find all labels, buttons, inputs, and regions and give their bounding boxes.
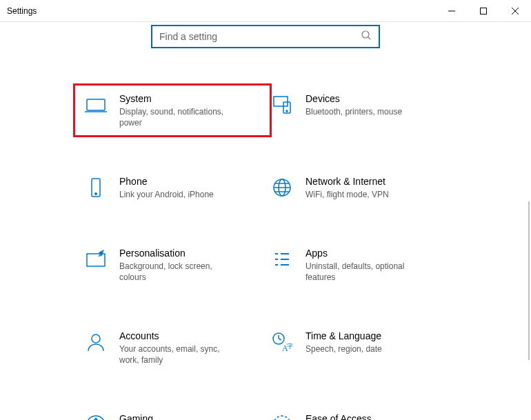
tile-title: Ease of Access xyxy=(305,412,423,420)
phone-icon xyxy=(85,177,108,200)
titlebar: Settings xyxy=(0,0,531,22)
tile-apps[interactable]: Apps Uninstall, defaults, optional featu… xyxy=(266,244,452,286)
search-box[interactable] xyxy=(151,25,380,48)
tile-system[interactable]: System Display, sound, notifications, po… xyxy=(79,90,266,131)
close-button[interactable] xyxy=(499,0,531,21)
svg-point-10 xyxy=(286,110,288,112)
content-area: System Display, sound, notifications, po… xyxy=(0,22,531,420)
svg-rect-18 xyxy=(87,254,105,266)
tile-title: System xyxy=(119,92,237,105)
tile-accounts[interactable]: Accounts Your accounts, email, sync, wor… xyxy=(79,327,266,368)
svg-point-4 xyxy=(362,31,369,38)
tile-title: Apps xyxy=(305,247,423,259)
svg-line-29 xyxy=(279,339,281,340)
minimize-button[interactable] xyxy=(436,0,468,21)
tile-title: Time & Language xyxy=(305,330,382,342)
tile-title: Devices xyxy=(305,92,402,105)
tile-phone[interactable]: Phone Link your Android, iPhone xyxy=(79,172,266,203)
window-title: Settings xyxy=(7,6,37,16)
tile-title: Phone xyxy=(119,175,214,188)
tile-network[interactable]: Network & Internet WiFi, flight mode, VP… xyxy=(266,172,452,203)
system-icon xyxy=(85,94,108,117)
tile-desc: Background, lock screen, colours xyxy=(119,261,237,283)
tile-title: Personalisation xyxy=(119,247,237,259)
svg-text:字: 字 xyxy=(287,343,293,350)
search-icon xyxy=(361,30,372,43)
ease-of-access-icon xyxy=(271,414,294,420)
svg-point-12 xyxy=(95,193,97,194)
svg-rect-8 xyxy=(274,97,288,106)
gaming-icon xyxy=(85,414,108,420)
tile-devices[interactable]: Devices Bluetooth, printers, mouse xyxy=(266,90,452,131)
tile-desc: Link your Android, iPhone xyxy=(119,189,214,200)
svg-line-5 xyxy=(368,37,370,39)
svg-rect-6 xyxy=(87,99,105,110)
tile-time-language[interactable]: A 字 Time & Language Speech, region, date xyxy=(266,327,452,368)
tile-desc: Your accounts, email, sync, work, family xyxy=(119,343,237,366)
tile-desc: WiFi, flight mode, VPN xyxy=(305,189,389,200)
apps-icon xyxy=(271,248,294,272)
scrollbar[interactable] xyxy=(528,201,530,360)
tile-ease-of-access[interactable]: Ease of Access Narrator, magnifier, high… xyxy=(266,410,452,420)
tile-title: Gaming xyxy=(119,412,237,420)
tile-gaming[interactable]: Gaming Xbox Game Bar, captures, Game Mod… xyxy=(79,410,266,420)
tile-desc: Bluetooth, printers, mouse xyxy=(305,106,402,117)
tile-desc: Speech, region, date xyxy=(305,343,382,354)
maximize-button[interactable] xyxy=(468,0,499,21)
devices-icon xyxy=(271,94,294,117)
time-language-icon: A 字 xyxy=(271,331,294,354)
window-controls xyxy=(436,0,531,21)
tile-desc: Display, sound, notifications, power xyxy=(119,106,237,128)
globe-icon xyxy=(271,177,294,200)
search-input[interactable] xyxy=(159,31,361,42)
tile-title: Accounts xyxy=(119,330,237,342)
tile-personalisation[interactable]: Personalisation Background, lock screen,… xyxy=(79,244,266,286)
settings-grid: System Display, sound, notifications, po… xyxy=(79,90,452,420)
personalisation-icon xyxy=(85,248,108,272)
tile-desc: Uninstall, defaults, optional features xyxy=(305,261,423,283)
svg-rect-1 xyxy=(481,8,487,14)
svg-point-26 xyxy=(92,334,100,343)
accounts-icon xyxy=(85,331,108,354)
tile-title: Network & Internet xyxy=(305,175,389,188)
